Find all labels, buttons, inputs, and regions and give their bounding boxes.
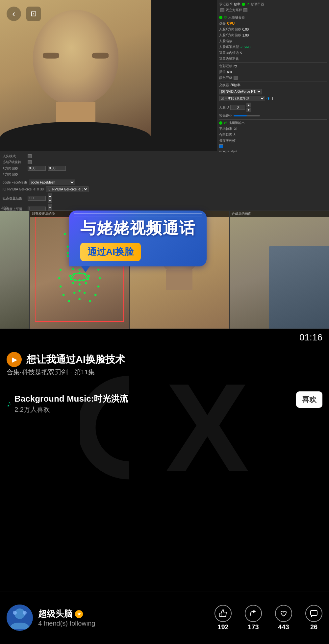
gpu-select[interactable]: [0] NVIDIA GeForce RTX 30	[46, 186, 89, 192]
comment-icon	[305, 605, 322, 622]
author-bar: 超级头脑 ★ 4 friend(s) following 192	[7, 605, 322, 631]
music-bar: ♪ Background Music:时光洪流 2.2万人喜欢	[7, 393, 276, 414]
svg-point-46	[97, 285, 99, 287]
color-blur-checkbox[interactable]	[234, 76, 238, 80]
resolution-label: 480	[1, 206, 8, 211]
comment-count: 26	[310, 623, 317, 631]
bone-queue-checkbox[interactable]	[219, 144, 223, 148]
gpu-detect-label: [0] NVIDIA GeForce RTX 30	[3, 187, 44, 191]
svg-point-49	[67, 245, 69, 247]
coverage-input[interactable]	[28, 196, 46, 201]
mask-value: 5	[240, 51, 242, 55]
verified-badge: ★	[75, 610, 83, 618]
status-dot3	[219, 121, 222, 125]
eye-icon[interactable]: 👁	[266, 96, 270, 101]
bilateral-label: 双立方系样	[226, 8, 242, 12]
refresh-icon3: ↺	[224, 121, 227, 125]
prerender-sm-label: 预先锐化	[219, 113, 232, 118]
fps-converter-label: 义换器	[219, 83, 229, 87]
mask-feather-label: 遮罩边缘羽化	[219, 57, 239, 61]
fps-value: 91帧率	[230, 2, 240, 7]
freeze-z-checkbox[interactable]	[28, 160, 32, 164]
share-svg	[249, 609, 258, 618]
back-button[interactable]: ‹	[7, 7, 21, 21]
svg-point-35	[78, 290, 80, 292]
comment-svg	[309, 609, 318, 618]
svg-point-42	[63, 294, 64, 296]
refresh-icon2: ↺	[224, 15, 227, 20]
episode-text: 第11集	[74, 368, 95, 377]
x-offset-input1[interactable]	[28, 166, 46, 171]
head-mode-checkbox[interactable]	[28, 154, 32, 158]
svg-point-47	[94, 294, 96, 296]
play-icon[interactable]: ▶	[7, 352, 22, 367]
screen-button[interactable]: ⊡	[26, 7, 41, 21]
gpu-select2[interactable]: [0] NVIDIA GeForce RTX	[219, 89, 262, 94]
music-title: Background Music:时光洪流	[14, 393, 276, 405]
device-label: 设备	[219, 21, 226, 26]
avatar[interactable]	[7, 605, 33, 631]
svg-point-48	[89, 300, 91, 302]
comment-action[interactable]: 26	[305, 605, 322, 631]
music-likes: 2.2万人喜欢	[14, 405, 276, 414]
x-offset-input2[interactable]	[48, 166, 66, 171]
fps-converter-val: 20帧率	[230, 83, 240, 87]
coverage-label: 征点覆盖范围	[3, 196, 26, 201]
svg-point-11	[67, 255, 69, 257]
author-name-text: 超级头脑	[38, 608, 72, 620]
svg-point-43	[68, 300, 70, 302]
heart-count: 443	[278, 623, 289, 631]
action-buttons: 192 173 443	[215, 605, 322, 631]
svg-rect-63	[311, 610, 317, 615]
share-icon	[245, 605, 262, 622]
like-action[interactable]: 192	[215, 605, 232, 631]
color-value: rct	[234, 64, 237, 68]
svg-point-36	[73, 292, 75, 294]
composed-label: 合成后的画面	[230, 211, 329, 217]
svg-point-33	[78, 284, 80, 285]
face-mask-value: ✓ SRC	[240, 45, 251, 49]
y-offset-label: Y方向偏移	[3, 172, 26, 177]
series-bar: 合集·科技是把双刃剑 · 第11集	[7, 368, 322, 377]
face-id-up[interactable]: ▲	[246, 103, 251, 107]
svg-point-32	[72, 282, 74, 284]
music-info: Background Music:时光洪流 2.2万人喜欢	[14, 393, 276, 414]
author-info: 超级头脑 ★ 4 friend(s) following	[38, 608, 209, 627]
author-followers: 4 friend(s) following	[38, 620, 209, 627]
svg-point-61	[13, 611, 17, 615]
medium-checkbox[interactable]	[220, 8, 224, 12]
face-detector-select[interactable]: 通用李脸 (遮罩牛遮	[219, 96, 265, 101]
temporal-up[interactable]: ▲	[48, 204, 52, 209]
face-merger-label: 人脸融合器	[228, 15, 245, 20]
bilateral-checkbox[interactable]	[243, 8, 247, 12]
svg-point-39	[60, 269, 62, 271]
main-camera-feed	[0, 0, 151, 151]
facemesh-select[interactable]: oogle FaceMesh	[29, 180, 75, 185]
face-y-value: 1.00	[242, 34, 249, 37]
heart-action[interactable]: 443	[275, 605, 292, 631]
face-id-down[interactable]: ▼	[246, 108, 251, 112]
svg-point-5	[67, 252, 69, 254]
svg-point-34	[85, 282, 87, 284]
like-button[interactable]: 喜欢	[296, 391, 322, 408]
head-mode-label: 人头模式	[3, 154, 26, 159]
coverage-down[interactable]: ▼	[48, 198, 52, 203]
logo-o-svg	[80, 368, 179, 487]
share-action[interactable]: 173	[245, 605, 262, 631]
heart-icon	[275, 605, 292, 622]
coverage-up[interactable]: ▲	[48, 193, 52, 198]
bone-queue-label: 骨存序列帧	[219, 138, 236, 143]
face-panel-small	[0, 211, 30, 329]
svg-point-62	[23, 611, 27, 615]
color-blur-label: 颜色巨糊	[219, 76, 232, 80]
speech-bubble-container: 与姥姥视频通话 通过AI换脸	[69, 211, 207, 266]
fps-label: 示记器	[219, 2, 229, 7]
info-icon: ℹ	[272, 96, 273, 101]
svg-point-37	[84, 292, 86, 294]
insert-label: 插值	[219, 70, 226, 74]
face-x-value: 0.00	[242, 28, 249, 31]
subtitle-text: 想让我通过AI换脸技术	[26, 353, 125, 366]
stream-label: mpegts udp://	[219, 150, 237, 153]
insert-value: billi	[227, 70, 232, 74]
face-id-input[interactable]	[230, 105, 245, 110]
